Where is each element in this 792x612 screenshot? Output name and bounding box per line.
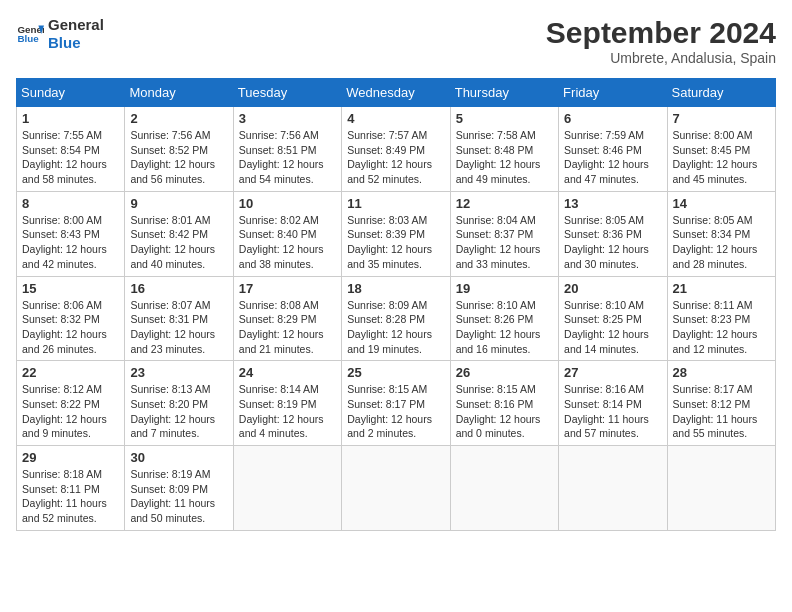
calendar-cell: 27 Sunrise: 8:16 AM Sunset: 8:14 PM Dayl… [559, 361, 667, 446]
day-info: Sunrise: 8:08 AM Sunset: 8:29 PM Dayligh… [239, 299, 324, 355]
calendar-cell: 5 Sunrise: 7:58 AM Sunset: 8:48 PM Dayli… [450, 107, 558, 192]
calendar-cell: 10 Sunrise: 8:02 AM Sunset: 8:40 PM Dayl… [233, 191, 341, 276]
weekday-header: Wednesday [342, 79, 450, 107]
weekday-header: Thursday [450, 79, 558, 107]
day-info: Sunrise: 8:00 AM Sunset: 8:43 PM Dayligh… [22, 214, 107, 270]
calendar-cell: 21 Sunrise: 8:11 AM Sunset: 8:23 PM Dayl… [667, 276, 775, 361]
calendar-cell: 29 Sunrise: 8:18 AM Sunset: 8:11 PM Dayl… [17, 446, 125, 531]
calendar-cell: 16 Sunrise: 8:07 AM Sunset: 8:31 PM Dayl… [125, 276, 233, 361]
calendar-cell: 1 Sunrise: 7:55 AM Sunset: 8:54 PM Dayli… [17, 107, 125, 192]
calendar-cell: 22 Sunrise: 8:12 AM Sunset: 8:22 PM Dayl… [17, 361, 125, 446]
day-number: 20 [564, 281, 661, 296]
day-info: Sunrise: 7:59 AM Sunset: 8:46 PM Dayligh… [564, 129, 649, 185]
day-number: 18 [347, 281, 444, 296]
calendar-cell: 23 Sunrise: 8:13 AM Sunset: 8:20 PM Dayl… [125, 361, 233, 446]
day-number: 5 [456, 111, 553, 126]
page-header: General Blue General Blue September 2024… [16, 16, 776, 66]
calendar-cell: 6 Sunrise: 7:59 AM Sunset: 8:46 PM Dayli… [559, 107, 667, 192]
logo-line2: Blue [48, 34, 104, 52]
logo-icon: General Blue [16, 20, 44, 48]
calendar-cell: 25 Sunrise: 8:15 AM Sunset: 8:17 PM Dayl… [342, 361, 450, 446]
day-info: Sunrise: 8:05 AM Sunset: 8:36 PM Dayligh… [564, 214, 649, 270]
weekday-header: Saturday [667, 79, 775, 107]
day-info: Sunrise: 8:02 AM Sunset: 8:40 PM Dayligh… [239, 214, 324, 270]
title-block: September 2024 Umbrete, Andalusia, Spain [546, 16, 776, 66]
month-year: September 2024 [546, 16, 776, 50]
day-number: 28 [673, 365, 770, 380]
day-number: 12 [456, 196, 553, 211]
day-info: Sunrise: 8:11 AM Sunset: 8:23 PM Dayligh… [673, 299, 758, 355]
day-info: Sunrise: 8:13 AM Sunset: 8:20 PM Dayligh… [130, 383, 215, 439]
weekday-header: Monday [125, 79, 233, 107]
day-info: Sunrise: 8:10 AM Sunset: 8:26 PM Dayligh… [456, 299, 541, 355]
day-number: 24 [239, 365, 336, 380]
day-info: Sunrise: 8:05 AM Sunset: 8:34 PM Dayligh… [673, 214, 758, 270]
day-info: Sunrise: 8:00 AM Sunset: 8:45 PM Dayligh… [673, 129, 758, 185]
calendar-cell: 24 Sunrise: 8:14 AM Sunset: 8:19 PM Dayl… [233, 361, 341, 446]
day-number: 1 [22, 111, 119, 126]
day-number: 26 [456, 365, 553, 380]
calendar-table: SundayMondayTuesdayWednesdayThursdayFrid… [16, 78, 776, 531]
day-number: 17 [239, 281, 336, 296]
weekday-header: Sunday [17, 79, 125, 107]
day-number: 30 [130, 450, 227, 465]
day-info: Sunrise: 8:03 AM Sunset: 8:39 PM Dayligh… [347, 214, 432, 270]
day-number: 2 [130, 111, 227, 126]
calendar-cell: 13 Sunrise: 8:05 AM Sunset: 8:36 PM Dayl… [559, 191, 667, 276]
day-info: Sunrise: 8:15 AM Sunset: 8:16 PM Dayligh… [456, 383, 541, 439]
day-number: 16 [130, 281, 227, 296]
calendar-cell: 14 Sunrise: 8:05 AM Sunset: 8:34 PM Dayl… [667, 191, 775, 276]
weekday-header: Tuesday [233, 79, 341, 107]
day-info: Sunrise: 8:10 AM Sunset: 8:25 PM Dayligh… [564, 299, 649, 355]
day-info: Sunrise: 8:15 AM Sunset: 8:17 PM Dayligh… [347, 383, 432, 439]
day-number: 11 [347, 196, 444, 211]
calendar-cell [450, 446, 558, 531]
weekday-header-row: SundayMondayTuesdayWednesdayThursdayFrid… [17, 79, 776, 107]
calendar-row: 29 Sunrise: 8:18 AM Sunset: 8:11 PM Dayl… [17, 446, 776, 531]
day-info: Sunrise: 8:16 AM Sunset: 8:14 PM Dayligh… [564, 383, 649, 439]
day-number: 22 [22, 365, 119, 380]
day-info: Sunrise: 7:58 AM Sunset: 8:48 PM Dayligh… [456, 129, 541, 185]
day-number: 25 [347, 365, 444, 380]
day-number: 13 [564, 196, 661, 211]
location: Umbrete, Andalusia, Spain [546, 50, 776, 66]
calendar-cell: 19 Sunrise: 8:10 AM Sunset: 8:26 PM Dayl… [450, 276, 558, 361]
day-info: Sunrise: 8:18 AM Sunset: 8:11 PM Dayligh… [22, 468, 107, 524]
calendar-cell: 7 Sunrise: 8:00 AM Sunset: 8:45 PM Dayli… [667, 107, 775, 192]
day-info: Sunrise: 7:55 AM Sunset: 8:54 PM Dayligh… [22, 129, 107, 185]
day-info: Sunrise: 8:12 AM Sunset: 8:22 PM Dayligh… [22, 383, 107, 439]
day-number: 21 [673, 281, 770, 296]
day-number: 23 [130, 365, 227, 380]
calendar-row: 1 Sunrise: 7:55 AM Sunset: 8:54 PM Dayli… [17, 107, 776, 192]
calendar-cell: 8 Sunrise: 8:00 AM Sunset: 8:43 PM Dayli… [17, 191, 125, 276]
calendar-cell [342, 446, 450, 531]
calendar-cell: 28 Sunrise: 8:17 AM Sunset: 8:12 PM Dayl… [667, 361, 775, 446]
calendar-cell: 4 Sunrise: 7:57 AM Sunset: 8:49 PM Dayli… [342, 107, 450, 192]
day-info: Sunrise: 8:19 AM Sunset: 8:09 PM Dayligh… [130, 468, 215, 524]
calendar-cell: 18 Sunrise: 8:09 AM Sunset: 8:28 PM Dayl… [342, 276, 450, 361]
calendar-cell: 17 Sunrise: 8:08 AM Sunset: 8:29 PM Dayl… [233, 276, 341, 361]
calendar-row: 22 Sunrise: 8:12 AM Sunset: 8:22 PM Dayl… [17, 361, 776, 446]
weekday-header: Friday [559, 79, 667, 107]
day-number: 7 [673, 111, 770, 126]
calendar-cell: 12 Sunrise: 8:04 AM Sunset: 8:37 PM Dayl… [450, 191, 558, 276]
day-info: Sunrise: 7:56 AM Sunset: 8:52 PM Dayligh… [130, 129, 215, 185]
calendar-cell: 26 Sunrise: 8:15 AM Sunset: 8:16 PM Dayl… [450, 361, 558, 446]
day-number: 3 [239, 111, 336, 126]
day-number: 4 [347, 111, 444, 126]
day-number: 9 [130, 196, 227, 211]
calendar-cell [559, 446, 667, 531]
calendar-row: 8 Sunrise: 8:00 AM Sunset: 8:43 PM Dayli… [17, 191, 776, 276]
day-number: 19 [456, 281, 553, 296]
calendar-cell: 30 Sunrise: 8:19 AM Sunset: 8:09 PM Dayl… [125, 446, 233, 531]
day-info: Sunrise: 8:07 AM Sunset: 8:31 PM Dayligh… [130, 299, 215, 355]
day-info: Sunrise: 8:17 AM Sunset: 8:12 PM Dayligh… [673, 383, 758, 439]
calendar-cell: 3 Sunrise: 7:56 AM Sunset: 8:51 PM Dayli… [233, 107, 341, 192]
day-info: Sunrise: 8:04 AM Sunset: 8:37 PM Dayligh… [456, 214, 541, 270]
day-info: Sunrise: 8:06 AM Sunset: 8:32 PM Dayligh… [22, 299, 107, 355]
logo-line1: General [48, 16, 104, 34]
day-number: 6 [564, 111, 661, 126]
day-info: Sunrise: 8:09 AM Sunset: 8:28 PM Dayligh… [347, 299, 432, 355]
day-number: 27 [564, 365, 661, 380]
calendar-cell: 20 Sunrise: 8:10 AM Sunset: 8:25 PM Dayl… [559, 276, 667, 361]
